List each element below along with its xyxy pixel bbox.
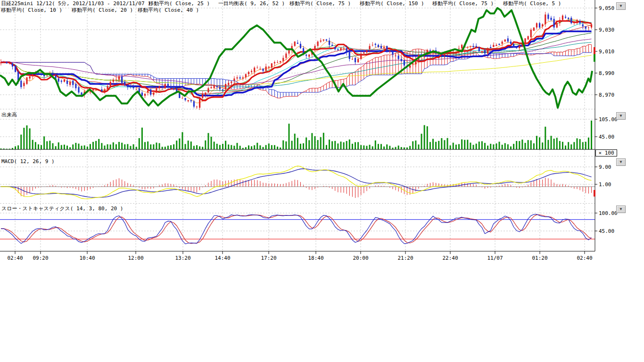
- chevron-down-icon: ▼: [620, 160, 622, 164]
- stochastics-pane-label: スロー・ストキャスティクス( 14, 3, 80, 20 ): [1, 205, 123, 212]
- stochastics-scale-dropdown-button[interactable]: ▼: [616, 206, 626, 213]
- time-tick-label: 09:20: [33, 255, 48, 261]
- macd-scale-dropdown-button[interactable]: ▼: [616, 158, 626, 166]
- time-tick-label: 21:20: [397, 255, 413, 261]
- axis-tick-label: 8,970: [599, 92, 614, 98]
- axis-tick-label: 9,050: [599, 5, 614, 11]
- legend-item: 一目均衡表( 9, 26, 52 ): [218, 1, 285, 7]
- legend-item: 移動平均( Close, 25 ): [149, 1, 210, 7]
- time-tick-label: 22:40: [442, 255, 458, 261]
- time-tick-label: 13:20: [175, 255, 190, 261]
- volume-multiplier-badge: × 100: [595, 149, 617, 156]
- price-scale-dropdown-button[interactable]: ▼: [616, 2, 626, 10]
- legend-item: 移動平均( Close, 75 ): [432, 1, 494, 7]
- axis-tick-label: 9,030: [599, 27, 614, 33]
- axis-tick-label: 9,010: [599, 49, 614, 55]
- chevron-down-icon: ▼: [620, 114, 622, 118]
- axis-tick-label: 1.00: [599, 181, 611, 188]
- chevron-down-icon: ▼: [620, 4, 622, 8]
- chart-canvas: 9,0509,0309,0108,9908,970105.0045.009.00…: [0, 0, 644, 362]
- axis-tick-label: 105.00: [599, 116, 618, 123]
- time-tick-label: 18:40: [308, 255, 323, 261]
- axis-tick-label: 9.00: [599, 164, 611, 170]
- macd-pane-label: MACD( 12, 26, 9 ): [1, 158, 55, 165]
- axis-tick-label: 100.00: [599, 210, 618, 216]
- axis-tick-label: 45.00: [599, 134, 614, 140]
- time-tick-label: 20:00: [353, 255, 368, 261]
- legend-item: 移動平均( Close, 150 ): [360, 1, 424, 7]
- volume-pane-label: 出来高: [1, 111, 17, 118]
- chevron-down-icon: ▼: [620, 207, 622, 211]
- legend-item: 日経225mini 12/12( 5分, 2012/11/03 - 2012/1…: [1, 1, 151, 7]
- axis-tick-label: 45.00: [599, 228, 614, 234]
- time-tick-label: 17:20: [261, 255, 276, 261]
- time-tick-label: 11/07: [487, 255, 503, 261]
- time-tick-label: 14:40: [215, 255, 230, 261]
- legend-item: 移動平均( Close, 10 ): [1, 8, 62, 13]
- legend-item: 移動平均( Close, 40 ): [138, 8, 199, 13]
- legend-item: 移動平均( Close, 75 ): [289, 1, 351, 7]
- legend-item: 移動平均( Close, 20 ): [72, 8, 133, 13]
- volume-scale-dropdown-button[interactable]: ▼: [616, 112, 626, 120]
- legend-item: 移動平均( Close, 5 ): [503, 1, 561, 7]
- chart-window: 9,0509,0309,0108,9908,970105.0045.009.00…: [0, 0, 644, 362]
- time-tick-label: 12:00: [128, 255, 143, 261]
- time-tick-label: 10:40: [79, 255, 95, 261]
- time-tick-label: 01:20: [532, 255, 547, 261]
- time-tick-label: 02:40: [7, 255, 23, 261]
- axis-tick-label: 8,990: [599, 70, 614, 76]
- time-tick-label: 02:40: [577, 255, 592, 261]
